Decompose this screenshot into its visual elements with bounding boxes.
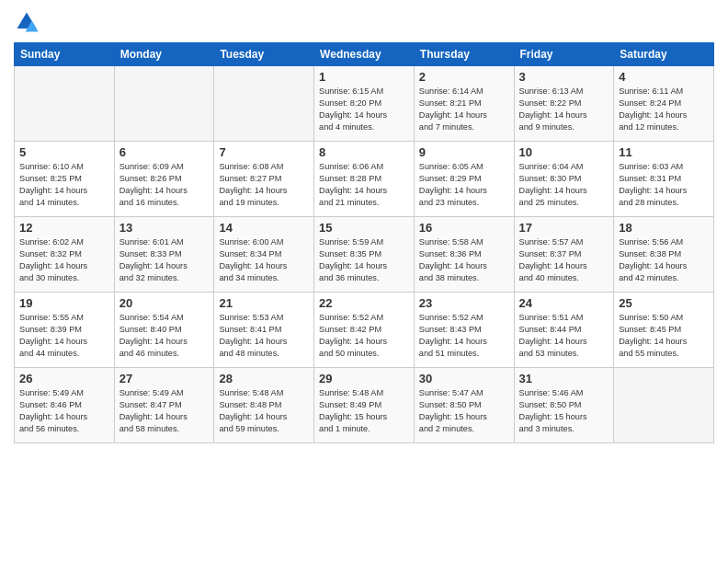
day-number: 27: [119, 372, 210, 385]
calendar-cell: 9Sunrise: 6:05 AMSunset: 8:29 PMDaylight…: [414, 142, 514, 217]
day-number: 10: [519, 145, 609, 159]
day-number: 9: [419, 145, 509, 159]
calendar-cell: 31Sunrise: 5:46 AMSunset: 8:50 PMDayligh…: [514, 368, 614, 443]
calendar-cell: 20Sunrise: 5:54 AMSunset: 8:40 PMDayligh…: [114, 293, 214, 368]
calendar-cell: 25Sunrise: 5:50 AMSunset: 8:45 PMDayligh…: [614, 293, 714, 368]
header: [14, 9, 714, 35]
calendar-page: SundayMondayTuesdayWednesdayThursdayFrid…: [0, 0, 728, 563]
calendar-cell: [114, 66, 214, 142]
day-info: Sunrise: 5:59 AMSunset: 8:35 PMDaylight:…: [319, 236, 409, 284]
calendar-cell: 30Sunrise: 5:47 AMSunset: 8:50 PMDayligh…: [414, 368, 514, 443]
calendar-cell: 11Sunrise: 6:03 AMSunset: 8:31 PMDayligh…: [614, 142, 714, 217]
day-info: Sunrise: 5:46 AMSunset: 8:50 PMDaylight:…: [519, 387, 609, 435]
weekday-header-wednesday: Wednesday: [314, 43, 415, 66]
calendar-cell: 19Sunrise: 5:55 AMSunset: 8:39 PMDayligh…: [15, 293, 115, 368]
calendar-cell: 7Sunrise: 6:08 AMSunset: 8:27 PMDaylight…: [214, 142, 314, 217]
day-info: Sunrise: 6:00 AMSunset: 8:34 PMDaylight:…: [219, 236, 309, 284]
calendar-cell: 2Sunrise: 6:14 AMSunset: 8:21 PMDaylight…: [414, 66, 514, 142]
weekday-header-sunday: Sunday: [15, 43, 115, 66]
day-number: 1: [319, 70, 409, 84]
calendar-cell: 6Sunrise: 6:09 AMSunset: 8:26 PMDaylight…: [114, 142, 214, 217]
weekday-header-tuesday: Tuesday: [214, 43, 314, 66]
day-number: 26: [19, 372, 109, 385]
week-row-5: 26Sunrise: 5:49 AMSunset: 8:46 PMDayligh…: [15, 368, 714, 443]
calendar-cell: 29Sunrise: 5:48 AMSunset: 8:49 PMDayligh…: [314, 368, 415, 443]
calendar-cell: 1Sunrise: 6:15 AMSunset: 8:20 PMDaylight…: [314, 66, 415, 142]
day-info: Sunrise: 5:49 AMSunset: 8:46 PMDaylight:…: [19, 387, 109, 435]
calendar-cell: 13Sunrise: 6:01 AMSunset: 8:33 PMDayligh…: [114, 217, 214, 293]
calendar-cell: 27Sunrise: 5:49 AMSunset: 8:47 PMDayligh…: [114, 368, 214, 443]
week-row-4: 19Sunrise: 5:55 AMSunset: 8:39 PMDayligh…: [15, 293, 714, 368]
day-info: Sunrise: 6:10 AMSunset: 8:25 PMDaylight:…: [19, 161, 109, 209]
calendar-cell: [15, 66, 115, 142]
day-number: 19: [19, 296, 109, 310]
logo-icon: [14, 9, 40, 35]
day-info: Sunrise: 5:56 AMSunset: 8:38 PMDaylight:…: [619, 236, 709, 284]
calendar-cell: 18Sunrise: 5:56 AMSunset: 8:38 PMDayligh…: [614, 217, 714, 293]
day-info: Sunrise: 5:48 AMSunset: 8:48 PMDaylight:…: [219, 387, 309, 435]
day-info: Sunrise: 6:05 AMSunset: 8:29 PMDaylight:…: [419, 161, 509, 209]
day-info: Sunrise: 6:09 AMSunset: 8:26 PMDaylight:…: [119, 161, 210, 209]
day-number: 5: [19, 145, 109, 159]
calendar-cell: 22Sunrise: 5:52 AMSunset: 8:42 PMDayligh…: [314, 293, 415, 368]
day-info: Sunrise: 6:04 AMSunset: 8:30 PMDaylight:…: [519, 161, 609, 209]
day-number: 17: [519, 221, 609, 235]
day-number: 2: [419, 70, 509, 84]
day-number: 23: [419, 296, 509, 310]
day-number: 28: [219, 372, 309, 385]
day-number: 30: [419, 372, 509, 385]
day-number: 4: [619, 70, 709, 84]
calendar-cell: 28Sunrise: 5:48 AMSunset: 8:48 PMDayligh…: [214, 368, 314, 443]
day-info: Sunrise: 5:52 AMSunset: 8:42 PMDaylight:…: [319, 312, 409, 360]
day-info: Sunrise: 5:52 AMSunset: 8:43 PMDaylight:…: [419, 312, 509, 360]
day-info: Sunrise: 6:06 AMSunset: 8:28 PMDaylight:…: [319, 161, 409, 209]
logo: [14, 9, 43, 35]
day-info: Sunrise: 6:02 AMSunset: 8:32 PMDaylight:…: [19, 236, 109, 284]
day-number: 31: [519, 372, 609, 385]
day-number: 3: [519, 70, 609, 84]
calendar-cell: 15Sunrise: 5:59 AMSunset: 8:35 PMDayligh…: [314, 217, 415, 293]
day-number: 6: [119, 145, 210, 159]
day-number: 18: [619, 221, 709, 235]
day-info: Sunrise: 5:57 AMSunset: 8:37 PMDaylight:…: [519, 236, 609, 284]
day-number: 25: [619, 296, 709, 310]
calendar-cell: 12Sunrise: 6:02 AMSunset: 8:32 PMDayligh…: [15, 217, 115, 293]
day-info: Sunrise: 6:11 AMSunset: 8:24 PMDaylight:…: [619, 86, 709, 133]
calendar-cell: 14Sunrise: 6:00 AMSunset: 8:34 PMDayligh…: [214, 217, 314, 293]
calendar-cell: 24Sunrise: 5:51 AMSunset: 8:44 PMDayligh…: [514, 293, 614, 368]
day-number: 7: [219, 145, 309, 159]
day-info: Sunrise: 5:53 AMSunset: 8:41 PMDaylight:…: [219, 312, 309, 360]
day-info: Sunrise: 6:03 AMSunset: 8:31 PMDaylight:…: [619, 161, 709, 209]
day-number: 20: [119, 296, 210, 310]
day-number: 16: [419, 221, 509, 235]
day-info: Sunrise: 6:15 AMSunset: 8:20 PMDaylight:…: [319, 86, 409, 133]
day-info: Sunrise: 6:14 AMSunset: 8:21 PMDaylight:…: [419, 86, 509, 133]
calendar-cell: 10Sunrise: 6:04 AMSunset: 8:30 PMDayligh…: [514, 142, 614, 217]
day-info: Sunrise: 6:01 AMSunset: 8:33 PMDaylight:…: [119, 236, 210, 284]
week-row-2: 5Sunrise: 6:10 AMSunset: 8:25 PMDaylight…: [15, 142, 714, 217]
weekday-header-thursday: Thursday: [414, 43, 514, 66]
day-info: Sunrise: 5:50 AMSunset: 8:45 PMDaylight:…: [619, 312, 709, 360]
calendar-cell: 21Sunrise: 5:53 AMSunset: 8:41 PMDayligh…: [214, 293, 314, 368]
calendar-cell: 17Sunrise: 5:57 AMSunset: 8:37 PMDayligh…: [514, 217, 614, 293]
day-info: Sunrise: 5:47 AMSunset: 8:50 PMDaylight:…: [419, 387, 509, 435]
day-info: Sunrise: 5:58 AMSunset: 8:36 PMDaylight:…: [419, 236, 509, 284]
day-number: 12: [19, 221, 109, 235]
weekday-header-saturday: Saturday: [614, 43, 714, 66]
calendar-cell: 8Sunrise: 6:06 AMSunset: 8:28 PMDaylight…: [314, 142, 415, 217]
calendar-cell: 23Sunrise: 5:52 AMSunset: 8:43 PMDayligh…: [414, 293, 514, 368]
weekday-header-monday: Monday: [114, 43, 214, 66]
calendar-cell: 3Sunrise: 6:13 AMSunset: 8:22 PMDaylight…: [514, 66, 614, 142]
weekday-header-row: SundayMondayTuesdayWednesdayThursdayFrid…: [15, 43, 714, 66]
day-info: Sunrise: 5:49 AMSunset: 8:47 PMDaylight:…: [119, 387, 210, 435]
day-number: 8: [319, 145, 409, 159]
week-row-1: 1Sunrise: 6:15 AMSunset: 8:20 PMDaylight…: [15, 66, 714, 142]
day-info: Sunrise: 6:08 AMSunset: 8:27 PMDaylight:…: [219, 161, 309, 209]
day-number: 22: [319, 296, 409, 310]
day-number: 29: [319, 372, 409, 385]
day-number: 24: [519, 296, 609, 310]
calendar-cell: 16Sunrise: 5:58 AMSunset: 8:36 PMDayligh…: [414, 217, 514, 293]
day-info: Sunrise: 5:51 AMSunset: 8:44 PMDaylight:…: [519, 312, 609, 360]
day-info: Sunrise: 5:55 AMSunset: 8:39 PMDaylight:…: [19, 312, 109, 360]
calendar-cell: [214, 66, 314, 142]
